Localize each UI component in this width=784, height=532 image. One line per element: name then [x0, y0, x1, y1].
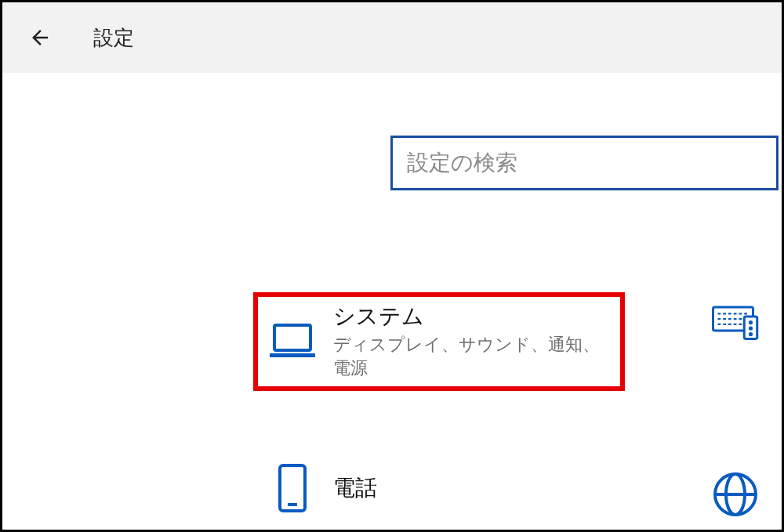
tile-phone-title: 電話	[333, 473, 377, 503]
svg-point-7	[749, 320, 753, 324]
settings-header: 設定	[2, 2, 782, 73]
app-title: 設定	[93, 24, 134, 52]
arrow-left-icon	[28, 26, 52, 49]
tile-system-title: システム	[333, 302, 604, 331]
svg-point-9	[749, 332, 753, 336]
tile-phone[interactable]: 電話	[269, 465, 377, 512]
tile-phone-text: 電話	[333, 473, 377, 503]
svg-rect-11	[288, 503, 297, 506]
keyboard-icon	[712, 300, 759, 347]
tile-devices[interactable]	[712, 300, 776, 347]
tile-system-text: システム ディスプレイ、サウンド、通知、電源	[333, 302, 604, 380]
laptop-icon	[269, 317, 316, 364]
back-button[interactable]	[24, 22, 56, 53]
search-input[interactable]	[390, 136, 779, 190]
tile-system-desc: ディスプレイ、サウンド、通知、電源	[333, 333, 604, 380]
tile-system[interactable]: システム ディスプレイ、サウンド、通知、電源	[253, 292, 625, 391]
search-container	[390, 136, 782, 190]
svg-rect-1	[270, 353, 315, 357]
svg-point-8	[749, 326, 753, 330]
tile-network[interactable]	[712, 471, 776, 518]
phone-icon	[269, 465, 316, 512]
globe-icon	[712, 471, 759, 518]
svg-rect-0	[274, 325, 310, 350]
